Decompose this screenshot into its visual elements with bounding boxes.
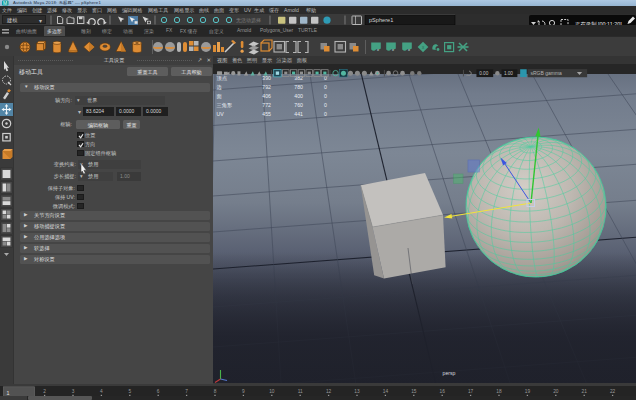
- svg-text:9: 9: [242, 388, 245, 393]
- svg-text:三角形: 三角形: [217, 102, 233, 108]
- svg-text:无活动选择: 无活动选择: [236, 17, 261, 24]
- svg-text:0: 0: [324, 111, 327, 117]
- svg-text:19: 19: [525, 388, 531, 393]
- svg-text:0: 0: [324, 84, 327, 90]
- svg-text:455: 455: [262, 111, 271, 117]
- svg-text:UV: UV: [217, 111, 225, 117]
- svg-text:441: 441: [294, 111, 303, 117]
- svg-text:0.00: 0.00: [479, 71, 488, 76]
- svg-text:x: x: [377, 47, 379, 52]
- svg-text:4: 4: [100, 388, 103, 393]
- svg-text:780: 780: [294, 84, 303, 90]
- svg-text:22: 22: [610, 388, 616, 393]
- svg-text:边: 边: [217, 84, 222, 91]
- svg-text:8: 8: [214, 388, 217, 393]
- svg-text:6: 6: [157, 388, 160, 393]
- svg-text:760: 760: [294, 102, 303, 108]
- svg-text:14: 14: [383, 388, 389, 393]
- svg-text:400: 400: [294, 93, 303, 99]
- svg-text:792: 792: [262, 84, 271, 90]
- svg-text:面: 面: [217, 93, 222, 99]
- svg-text:13: 13: [354, 388, 360, 393]
- svg-text:5: 5: [128, 388, 131, 393]
- svg-text:11: 11: [298, 388, 303, 393]
- svg-text:406: 406: [262, 93, 271, 99]
- svg-text:1.00: 1.00: [504, 71, 513, 76]
- svg-text:16: 16: [440, 388, 446, 393]
- svg-text:sRGB gamma: sRGB gamma: [530, 70, 562, 76]
- svg-text:12: 12: [326, 388, 332, 393]
- svg-text:x: x: [392, 47, 394, 52]
- svg-text:18: 18: [496, 388, 502, 393]
- svg-text:persp: persp: [443, 370, 456, 376]
- svg-text:15: 15: [411, 388, 417, 393]
- svg-text:7: 7: [185, 388, 188, 393]
- svg-text:10: 10: [269, 388, 275, 393]
- svg-text:17: 17: [468, 388, 474, 393]
- svg-text:21: 21: [582, 388, 588, 393]
- svg-text:1: 1: [7, 389, 10, 395]
- svg-text:pSphere1: pSphere1: [369, 17, 393, 23]
- svg-text:0: 0: [324, 102, 327, 108]
- svg-text:3: 3: [72, 388, 75, 393]
- svg-text:0: 0: [324, 93, 327, 99]
- svg-text:M: M: [3, 0, 7, 6]
- svg-text:20: 20: [553, 388, 559, 393]
- svg-text:2: 2: [43, 388, 46, 393]
- svg-text:x: x: [408, 47, 410, 52]
- svg-text:772: 772: [262, 102, 271, 108]
